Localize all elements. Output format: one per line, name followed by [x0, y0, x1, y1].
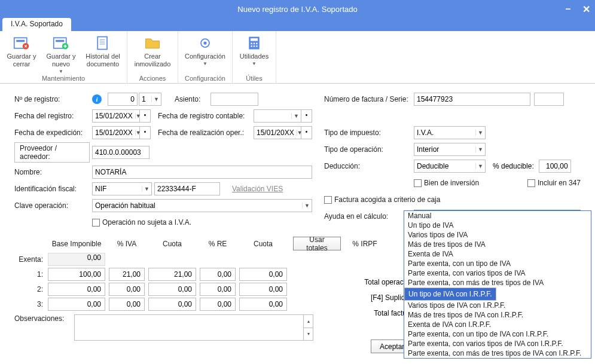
pct-deducible-input[interactable]: [539, 160, 571, 173]
close-button[interactable]: ✕: [577, 0, 595, 18]
dropdown-item[interactable]: Parte exenta, con un tipo de IVA: [404, 259, 591, 268]
asiento-input[interactable]: [210, 93, 258, 106]
tipo-identificacion-select[interactable]: NIF▼: [92, 182, 152, 195]
clave-operacion-select[interactable]: Operación habitual▼: [92, 199, 312, 212]
ribbon-group-label: Mantenimiento: [42, 75, 85, 82]
document-history-icon: [94, 35, 111, 51]
deduccion-select[interactable]: Deducible▼: [414, 160, 486, 173]
base-input[interactable]: [48, 298, 105, 311]
historial-button[interactable]: Historial del documento: [83, 32, 123, 75]
cuota2-input[interactable]: [239, 283, 287, 296]
base-input[interactable]: [48, 268, 105, 281]
nombre-input[interactable]: [92, 166, 312, 179]
deduccion-label: Deducción:: [324, 162, 414, 170]
spin-up-icon[interactable]: ▴: [303, 315, 313, 328]
ribbon-group-label: Útiles: [246, 75, 263, 82]
date-picker-button[interactable]: •: [301, 126, 312, 139]
svg-point-11: [203, 41, 206, 44]
dropdown-item[interactable]: Parte exenta, con más de tres tipos de I…: [404, 278, 591, 287]
tipo-operacion-select[interactable]: Interior▼: [414, 143, 486, 156]
serie-input[interactable]: [534, 93, 564, 106]
configuracion-button[interactable]: Configuración ▼: [182, 32, 228, 67]
fecha-expedicion-input[interactable]: 15/01/20XX▼: [92, 126, 140, 139]
caret-down-icon: ▼: [203, 61, 208, 67]
operacion-no-sujeta-checkbox[interactable]: Operación no sujeta a I.V.A.: [92, 218, 191, 227]
num-registro-input[interactable]: [108, 93, 138, 106]
crear-inmovilizado-button[interactable]: Crear inmovilizado: [131, 32, 174, 68]
dropdown-item[interactable]: Exenta de IVA: [404, 249, 591, 259]
guardar-cerrar-button[interactable]: Guardar y cerrar: [4, 32, 39, 75]
caret-down-icon: ▼: [59, 69, 63, 75]
fecha-registro-contable-input[interactable]: ▼: [254, 109, 301, 123]
cuota-input[interactable]: [148, 298, 196, 311]
tabstrip: I.V.A. Soportado: [0, 18, 595, 31]
suplidos-label: [F4] Suplido: [353, 290, 409, 305]
utilidades-button[interactable]: Utilidades ▼: [236, 32, 272, 67]
cuota-input[interactable]: [148, 283, 196, 296]
incluir-347-checkbox[interactable]: Incluir en 347: [527, 179, 581, 187]
dropdown-item[interactable]: Parte exenta, con más de tres tipos de I…: [404, 348, 591, 358]
num-registro-serie-select[interactable]: 1▼: [139, 93, 161, 106]
tipo-operacion-label: Tipo de operación:: [324, 145, 414, 154]
svg-rect-1: [16, 40, 25, 42]
num-factura-label: Número de factura / Serie:: [324, 95, 414, 103]
re-input[interactable]: [200, 268, 236, 281]
caret-down-icon: ▼: [252, 61, 257, 67]
proveedor-input[interactable]: [92, 146, 149, 159]
pct-deducible-label: % deducible:: [493, 162, 534, 170]
num-factura-input[interactable]: [414, 93, 530, 106]
date-picker-button[interactable]: •: [140, 126, 151, 139]
base-input[interactable]: [48, 283, 105, 296]
dropdown-item[interactable]: Más de tres tipos de IVA: [404, 240, 591, 249]
fecha-expedicion-label: Fecha de expedición:: [14, 129, 92, 137]
cuota2-input[interactable]: [239, 298, 287, 311]
fecha-realizacion-input[interactable]: 15/01/20XX▼: [254, 126, 301, 139]
ribbon-group-label: Acciones: [139, 75, 166, 82]
iva-input[interactable]: [109, 283, 145, 296]
iva-input[interactable]: [109, 298, 145, 311]
dropdown-item[interactable]: Un tipo de IVA: [404, 221, 591, 230]
dropdown-item[interactable]: Exenta de IVA con I.R.P.F.: [404, 320, 591, 329]
tipo-impuesto-select[interactable]: I.V.A.▼: [414, 126, 486, 139]
dropdown-item[interactable]: Más de tres tipos de IVA con I.R.P.F.: [404, 310, 591, 320]
date-picker-button[interactable]: •: [140, 109, 151, 123]
tab-iva-soportado[interactable]: I.V.A. Soportado: [2, 18, 71, 31]
re-input[interactable]: [200, 283, 236, 296]
dropdown-item[interactable]: Un tipo de IVA con I.R.P.F.: [404, 287, 496, 301]
cuota-input[interactable]: [148, 268, 196, 281]
cuota2-input[interactable]: [239, 268, 287, 281]
ayuda-calculo-dropdown[interactable]: ManualUn tipo de IVAVarios tipos de IVAM…: [404, 210, 591, 359]
svg-point-15: [254, 43, 255, 45]
svg-rect-13: [251, 38, 258, 41]
factura-caja-checkbox[interactable]: Factura acogida a criterio de caja: [324, 195, 440, 204]
total-operacion-label: Total operació: [353, 274, 409, 290]
dropdown-item[interactable]: Parte exenta, con varios tipos de IVA co…: [404, 339, 591, 348]
calculator-icon: [246, 35, 263, 51]
dropdown-item[interactable]: Parte exenta, con varios tipos de IVA: [404, 268, 591, 278]
observaciones-input[interactable]: ▴▾: [74, 314, 313, 341]
re-input[interactable]: [200, 298, 236, 311]
exenta-base: 0,00: [48, 253, 105, 266]
dropdown-item[interactable]: Parte exenta, con un tipo de IVA con I.R…: [404, 329, 591, 339]
svg-point-16: [256, 43, 258, 45]
date-picker-button[interactable]: •: [301, 109, 312, 123]
folder-icon: [144, 35, 161, 51]
identificacion-valor-input[interactable]: [154, 182, 220, 195]
titlebar: Nuevo registro de I.V.A. Soportado – ✕: [0, 0, 595, 18]
validacion-vies-link[interactable]: Validación VIES: [232, 185, 283, 193]
info-icon[interactable]: i: [92, 94, 102, 104]
dropdown-item[interactable]: Manual: [404, 211, 591, 221]
dropdown-item[interactable]: Varios tipos de IVA: [404, 230, 591, 240]
fecha-registro-input[interactable]: 15/01/20XX▼: [92, 109, 140, 123]
dropdown-item[interactable]: Varios tipos de IVA con I.R.P.F.: [404, 301, 591, 310]
iva-input[interactable]: [109, 268, 145, 281]
save-new-icon: [53, 35, 69, 51]
asiento-label: Asiento:: [175, 95, 210, 103]
minimize-button[interactable]: –: [559, 0, 577, 18]
usar-totales-button[interactable]: Usar totales: [293, 237, 341, 250]
svg-point-19: [256, 45, 258, 47]
proveedor-label[interactable]: Proveedor / acreedor:: [14, 142, 90, 163]
guardar-nuevo-button[interactable]: Guardar y nuevo ▼: [43, 32, 79, 75]
spin-down-icon[interactable]: ▾: [303, 328, 313, 341]
bien-inversion-checkbox[interactable]: Bien de inversión: [414, 179, 479, 187]
